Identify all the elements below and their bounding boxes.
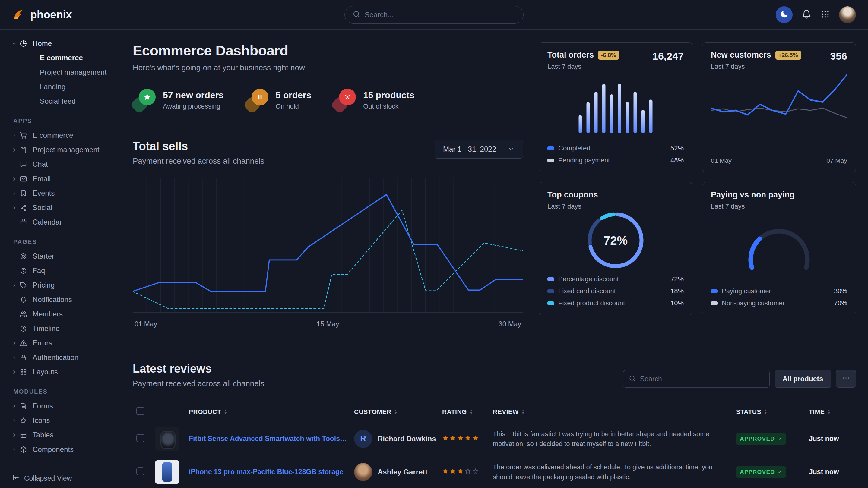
sidebar-item-pricing[interactable]: Pricing [0, 278, 124, 292]
column-header-status[interactable]: STATUS▲▼ [732, 401, 805, 422]
column-header-rating[interactable]: RATING▲▼ [438, 401, 489, 422]
sidebar-item-e-commerce[interactable]: E commerce [0, 128, 124, 142]
review-time: Just now [809, 435, 839, 443]
sidebar-item-components[interactable]: Components [0, 442, 124, 457]
sort-icon: ▲▼ [470, 409, 473, 415]
sidebar-item-calendar[interactable]: Calendar [0, 215, 124, 229]
chevron-down-icon [507, 145, 515, 153]
select-all-checkbox[interactable] [136, 407, 145, 415]
box-icon [20, 446, 33, 453]
sidebar-section-label-apps: APPS [0, 108, 124, 128]
sidebar-item-label: Errors [33, 339, 52, 347]
sidebar-item-label: Events [33, 189, 55, 197]
sidebar-nav: HomeE commerceProject managementLandingS… [0, 30, 124, 469]
sidebar-item-timeline[interactable]: Timeline [0, 321, 124, 336]
mail-icon [20, 175, 33, 182]
sidebar-item-layouts[interactable]: Layouts [0, 365, 124, 379]
product-link[interactable]: iPhone 13 pro max-Pacific Blue-128GB sto… [189, 468, 347, 476]
column-header-review[interactable]: REVIEW▲▼ [489, 401, 732, 422]
help-icon [20, 267, 33, 274]
legend-fixed-card-discount: Fixed card discount18% [548, 287, 684, 295]
lock-icon [20, 354, 33, 361]
reviews-search[interactable] [623, 370, 770, 388]
column-header-product[interactable]: PRODUCT▲▼ [185, 401, 350, 422]
stat-caption: On hold [276, 102, 311, 110]
row-checkbox[interactable] [136, 434, 145, 442]
user-avatar[interactable] [839, 6, 856, 23]
reviews-search-input[interactable] [640, 375, 764, 383]
sidebar-item-notifications[interactable]: Notifications [0, 292, 124, 307]
sidebar-item-errors[interactable]: Errors [0, 336, 124, 350]
legend-swatch [548, 159, 554, 162]
sidebar-item-home[interactable]: Home [0, 36, 124, 51]
table-icon [20, 432, 33, 438]
sidebar-item-label: Email [33, 174, 51, 183]
top-coupons-donut-chart: 72% [548, 210, 684, 271]
cart-icon [20, 132, 33, 139]
phoenix-logo-icon [12, 7, 25, 22]
sidebar-item-authentication[interactable]: Authentication [0, 350, 124, 365]
row-checkbox[interactable] [136, 467, 145, 475]
sidebar-item-label: Tables [33, 431, 53, 439]
theme-toggle-button[interactable] [776, 6, 793, 23]
legend-value: 10% [671, 299, 684, 307]
star-icon [465, 468, 471, 476]
sidebar-item-email[interactable]: Email [0, 171, 124, 186]
sidebar-item-forms[interactable]: Forms [0, 399, 124, 413]
bookmark-icon [20, 190, 33, 197]
navbar-actions [776, 6, 856, 23]
notifications-button[interactable] [802, 9, 811, 20]
sidebar-item-events[interactable]: Events [0, 186, 124, 200]
sidebar-item-label: Social [33, 203, 52, 212]
sidebar-item-tables[interactable]: Tables [0, 428, 124, 442]
sidebar-item-members[interactable]: Members [0, 307, 124, 321]
more-options-button[interactable] [836, 370, 856, 388]
sidebar-item-label: Starter [33, 252, 54, 260]
collapse-icon [12, 474, 19, 483]
new-customers-axis-labels: 01 May07 May [711, 153, 847, 164]
global-search-input[interactable] [365, 10, 516, 19]
svg-text:01 May: 01 May [134, 320, 157, 328]
legend-non-paying-customer: Non-paying customer70% [711, 299, 847, 307]
ellipsis-icon [842, 374, 850, 384]
sidebar-item-starter[interactable]: Starter [0, 249, 124, 263]
sidebar-item-label: Calendar [33, 218, 62, 226]
users-icon [20, 311, 33, 318]
sidebar-subitem-social-feed[interactable]: Social feed [0, 94, 124, 108]
total-orders-value: 16,247 [652, 50, 684, 62]
caret-right-icon [11, 147, 20, 153]
caret-right-icon [11, 176, 20, 182]
sidebar-item-faq[interactable]: Faq [0, 263, 124, 278]
product-image[interactable] [155, 460, 179, 484]
sidebar-item-chat[interactable]: Chat [0, 157, 124, 171]
sidebar-item-social[interactable]: Social [0, 200, 124, 215]
sidebar-item-icons[interactable]: Icons [0, 413, 124, 428]
sidebar-subitem-e-commerce[interactable]: E commerce [0, 51, 124, 65]
paying-card: Paying vs non paying Last 7 days Paying … [702, 182, 856, 315]
chat-icon [20, 161, 33, 168]
apps-grid-button[interactable] [820, 9, 830, 20]
brand[interactable]: phoenix [12, 7, 72, 22]
total-orders-bar-chart [548, 70, 684, 140]
sidebar-item-project-management[interactable]: Project management [0, 142, 124, 157]
legend-label: Paying customer [722, 287, 771, 295]
review-row: Fitbit Sense Advanced Smartwatch with To… [133, 422, 856, 455]
file-icon [20, 403, 33, 410]
legend-percentage-discount: Percentage discount72% [548, 275, 684, 283]
sidebar-section-label-modules: MODULES [0, 379, 124, 399]
product-image[interactable] [155, 427, 179, 451]
sidebar-subitem-landing[interactable]: Landing [0, 79, 124, 94]
column-header-customer[interactable]: CUSTOMER▲▼ [350, 401, 438, 422]
date-range-select[interactable]: Mar 1 - 31, 2022 [435, 140, 523, 159]
new-customers-period: Last 7 days [711, 63, 801, 70]
global-search[interactable] [344, 6, 524, 24]
all-products-button[interactable]: All products [775, 370, 831, 388]
legend-swatch [548, 147, 554, 150]
sort-icon: ▲▼ [827, 409, 831, 415]
status-badge: APPROVED [736, 433, 786, 445]
sidebar-subitem-project-management[interactable]: Project management [0, 65, 124, 79]
product-link[interactable]: Fitbit Sense Advanced Smartwatch with To… [189, 435, 347, 443]
column-header-time[interactable]: TIME▲▼ [805, 401, 856, 422]
moon-icon [780, 10, 789, 20]
collapsed-view-toggle[interactable]: Collapsed View [0, 469, 124, 488]
